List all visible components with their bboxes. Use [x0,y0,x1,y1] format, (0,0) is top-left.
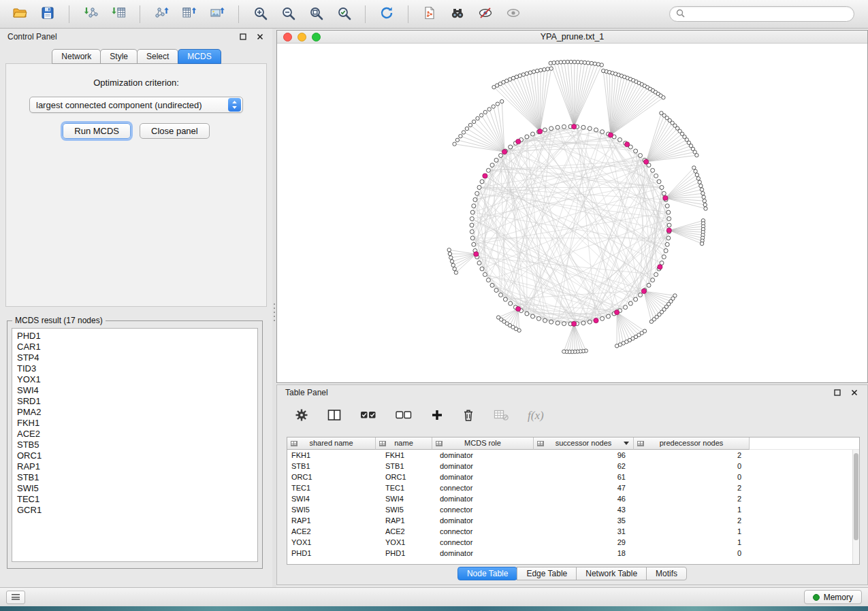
column-header-shared-name[interactable]: shared name [287,437,376,450]
tab-style[interactable]: Style [100,49,138,64]
control-panel-close-icon[interactable] [255,32,265,42]
table-cell: STB1 [287,461,376,472]
mcds-result-item[interactable]: TEC1 [17,494,257,505]
zoom-selected-button[interactable] [331,3,357,26]
table-cell: SWI4 [376,493,432,504]
toggle-details-button[interactable] [500,3,526,26]
column-header-empty [750,437,859,450]
table-cell-empty [750,526,859,537]
column-label: shared name [309,439,353,447]
import-table-button[interactable] [106,3,131,26]
table-settings-button[interactable] [293,407,310,425]
table-row[interactable]: YOX1YOX1connector291 [287,537,859,548]
export-table-button[interactable] [176,3,202,26]
table-panel-close-icon[interactable] [849,388,859,398]
criterion-dropdown[interactable]: largest connected component (undirected) [29,97,243,113]
trash-icon [462,408,475,424]
mcds-result-item[interactable]: SWI5 [17,483,257,494]
mcds-result-item[interactable]: STP4 [17,352,257,363]
mcds-result-list[interactable]: PHD1CAR1STP4TID3YOX1SWI4SRD1PMA2FKH1ACE2… [12,328,258,562]
zoom-fit-button[interactable] [303,3,329,26]
export-table-icon [182,5,197,22]
tab-mcds[interactable]: MCDS [178,49,221,64]
mcds-result-item[interactable]: ACE2 [17,429,257,440]
function-builder-button[interactable]: f(x) [526,408,545,424]
column-header-predecessor-nodes[interactable]: predecessor nodes [634,437,750,450]
table-cell: 35 [534,515,634,526]
close-window-button[interactable] [283,33,292,42]
eye-icon [506,5,521,22]
mcds-result-item[interactable]: SWI4 [17,385,257,396]
export-network-button[interactable] [148,3,174,26]
import-network-button[interactable] [78,3,103,26]
run-mcds-button[interactable]: Run MCDS [63,123,131,139]
tab-select[interactable]: Select [137,49,178,64]
gear-icon [295,408,308,424]
column-header-name[interactable]: name [376,437,432,450]
mcds-result-item[interactable]: CAR1 [17,342,257,352]
graphics-details-button[interactable] [472,3,498,26]
mcds-result-item[interactable]: YOX1 [17,374,257,385]
tab-node-table[interactable]: Node Table [457,567,518,580]
network-canvas[interactable] [277,44,867,382]
find-button[interactable] [445,3,470,26]
table-row[interactable]: SWI4SWI4dominator462 [287,493,859,504]
close-panel-button[interactable]: Close panel [140,123,210,139]
open-file-button[interactable] [7,3,33,26]
mcds-result-item[interactable]: TID3 [17,363,257,374]
table-cell: TEC1 [376,482,432,493]
table-row[interactable]: FKH1FKH1dominator962 [287,450,859,461]
network-titlebar[interactable]: YPA_prune.txt_1 [277,31,867,44]
zoom-out-button[interactable] [275,3,301,26]
mcds-result-item[interactable]: STB5 [17,440,257,450]
add-column-button[interactable] [430,408,445,425]
mcds-result-item[interactable]: GCR1 [17,505,257,516]
table-row[interactable]: ORC1ORC1dominator610 [287,472,859,482]
mcds-result-item[interactable]: PMA2 [17,407,257,418]
search-input[interactable] [688,10,848,19]
export-image-button[interactable] [204,3,230,26]
mcds-result-item[interactable]: RAP1 [17,461,257,472]
table-row[interactable]: ACE2ACE2connector311 [287,526,859,537]
table-row[interactable]: STB1STB1dominator620 [287,461,859,472]
table-cell: 0 [634,461,750,472]
memory-label: Memory [824,593,853,602]
refresh-button[interactable] [374,3,400,26]
zoom-in-button[interactable] [247,3,273,26]
mcds-result-item[interactable]: STB1 [17,472,257,483]
maximize-window-button[interactable] [312,33,321,42]
tab-motifs[interactable]: Motifs [646,567,687,580]
toolbar-separator [408,5,408,23]
delete-table-button[interactable] [492,408,510,425]
float-panel-icon[interactable] [238,32,248,42]
mcds-result-item[interactable]: FKH1 [17,418,257,429]
mcds-result-item[interactable]: SRD1 [17,396,257,407]
table-row[interactable]: RAP1RAP1dominator352 [287,515,859,526]
table-row[interactable]: TEC1TEC1connector472 [287,482,859,493]
mcds-result-item[interactable]: PHD1 [17,331,257,342]
mcds-result-item[interactable]: ORC1 [17,450,257,461]
table-scrollbar[interactable] [852,450,859,564]
copy-network-button[interactable] [417,3,443,26]
float-table-panel-icon[interactable] [832,388,842,398]
table-row[interactable]: SWI5SWI5connector431 [287,504,859,515]
zoom-in-icon [253,6,268,22]
minimize-window-button[interactable] [298,33,306,42]
tab-network-table[interactable]: Network Table [576,567,647,580]
unselect-all-button[interactable] [394,408,413,424]
memory-button[interactable]: Memory [804,590,862,604]
column-header-successor-nodes[interactable]: successor nodes [534,437,634,450]
scrollbar-thumb[interactable] [854,453,858,540]
table-row[interactable]: PHD1PHD1dominator180 [287,548,859,559]
tab-network[interactable]: Network [52,49,101,64]
tab-edge-table[interactable]: Edge Table [517,567,577,580]
save-session-button[interactable] [35,3,61,26]
table-cell: PHD1 [287,548,376,559]
table-cell: YOX1 [376,537,432,548]
panel-menu-button[interactable] [6,591,25,604]
column-header-mcds-role[interactable]: MCDS role [432,437,534,450]
delete-column-button[interactable] [461,407,476,425]
show-columns-button[interactable] [326,408,342,425]
table-cell: SWI4 [287,493,376,504]
select-all-button[interactable] [359,408,378,424]
